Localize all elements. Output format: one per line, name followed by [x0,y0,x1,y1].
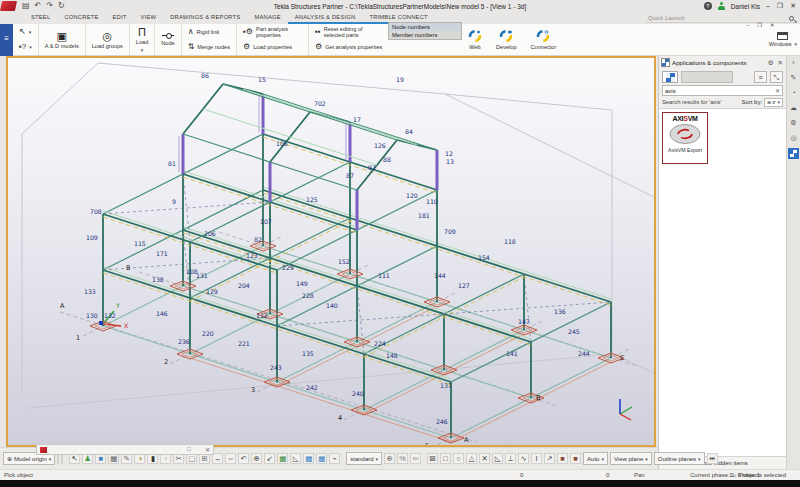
move-xy-icon[interactable]: ⇔ [225,453,236,464]
model-member[interactable] [103,202,270,214]
ad-models-button[interactable]: ▣ A & D models [45,30,79,49]
snap-origin-icon[interactable]: ⊕ [384,453,395,464]
snap-corner-icon[interactable]: ◺ [492,453,503,464]
minwin-restore-button[interactable]: □ [187,446,191,453]
corner-icon[interactable]: ◺ [290,453,301,464]
tab-edit[interactable]: EDIT [106,12,134,24]
grid-blue2-icon[interactable]: ▦ [316,453,327,464]
cloud-icon[interactable]: ☁ [790,103,797,112]
model-member[interactable] [445,94,654,198]
model-member[interactable] [60,312,476,442]
minwin-close-button[interactable]: ✕ [205,446,210,453]
node-button[interactable]: Node [161,32,174,46]
snap-back-icon[interactable]: ⇦ [410,453,421,464]
model-viewport[interactable]: 1570286106178487889212819708109125115206… [6,56,656,447]
snap-percent-icon[interactable]: % [397,453,408,464]
clear-search-icon[interactable]: ✕ [775,87,780,94]
tab-view[interactable]: VIEW [134,12,164,24]
collapse-panel-icon[interactable]: › [792,58,794,67]
rigid-link-button[interactable]: ∧Rigid link [188,26,230,38]
tab-manage[interactable]: MANAGE [247,12,287,24]
windows-button[interactable]: Windows▾ [769,41,797,47]
user-name[interactable]: Daniel Kis [731,3,760,10]
merge-nodes-button[interactable]: ⇅Merge nodes [188,41,230,53]
minimize-button[interactable]: – [766,2,770,10]
panel-search-box[interactable]: axis ✕ [662,85,783,96]
phase-a-icon[interactable]: ■ [557,453,568,464]
mdi-restore-button[interactable]: ❐ [757,22,762,28]
maximize-button[interactable]: ❐ [777,2,783,10]
part-analysis-properties-button[interactable]: ▪⚙Part analysis properties [243,26,302,38]
model-member[interactable] [620,407,632,414]
model-member[interactable] [98,63,445,94]
snap-triangle-icon[interactable]: △ [466,453,477,464]
develop-button[interactable]: Develop [496,29,517,50]
applications-components-active-icon[interactable] [788,148,799,159]
os-taskbar[interactable] [0,480,800,487]
web-button[interactable]: Web [468,29,482,50]
rotate-icon[interactable]: ↶ [238,453,249,464]
model-member[interactable] [22,63,98,134]
snap-box-icon[interactable]: □ [440,453,451,464]
get-analysis-properties-button[interactable]: ⚙Get analysis properties [315,41,382,53]
snap-wave-icon[interactable]: ∿ [518,453,529,464]
close-button[interactable]: ✕ [790,2,796,10]
grid-blue-icon[interactable]: ▦ [303,453,314,464]
select-tool-button[interactable]: ↖▾ [19,26,32,38]
gallery-view-button[interactable] [662,71,678,83]
model-member[interactable] [223,84,397,140]
model-3d-view[interactable]: 1570286106178487889212819708109125115206… [8,58,654,445]
load-button[interactable]: Π Load ▾ [136,26,148,52]
tab-concrete[interactable]: CONCRETE [57,12,105,24]
record-icon[interactable]: ◎ [790,133,796,142]
expand-panel-button[interactable]: ⤡ [770,71,783,83]
mdi-minimize-button[interactable]: – [746,22,749,28]
model-member[interactable] [445,94,612,110]
phase-b-icon[interactable]: ■ [570,453,581,464]
grid-green-icon[interactable]: ▦ [277,453,288,464]
origin-icon[interactable]: ⊕ [251,453,262,464]
arrow-sw-icon[interactable]: ↙ [264,453,275,464]
outline-planes-dropdown[interactable]: Outline planes▾ [654,452,705,465]
snap-circle-icon[interactable]: ○ [453,453,464,464]
connector-button[interactable]: Connector [531,29,557,50]
snap-perp-icon[interactable]: ⊥ [505,453,516,464]
pan-icon[interactable]: ⇹ [707,453,718,464]
select-filter-button[interactable]: ▪?▾ [19,41,32,53]
tab-drawings-reports[interactable]: DRAWINGS & REPORTS [163,12,247,24]
file-menu-button[interactable]: ≡ [0,24,13,56]
node-numbers-option[interactable]: Node numbers [389,23,461,31]
snap-arrow-icon[interactable]: ↗ [544,453,555,464]
panel-settings-icon[interactable]: ⚙ [768,59,774,67]
model-member[interactable] [620,414,631,420]
model-member[interactable] [277,314,444,326]
snap-cross-icon[interactable]: ✕ [479,453,490,464]
snap-i-icon[interactable]: Ι [531,453,542,464]
minimized-view-window[interactable]: □ ✕ [36,444,214,455]
sort-dropdown[interactable]: a-z▾ [764,98,783,107]
load-properties-button[interactable]: ⚙Load properties [243,41,302,53]
reset-editing-button[interactable]: ▪▪Reset editing of selected parts [315,26,382,38]
tab-analysis-design[interactable]: ANALYSIS & DESIGN [288,12,363,24]
load-groups-button[interactable]: ◎ Load groups [92,30,123,49]
node-group: Node [155,24,181,55]
auto-dropdown[interactable]: Auto▾ [583,452,608,465]
member-number-label: 19 [396,76,404,83]
panel-close-icon[interactable]: ✕ [778,59,783,67]
magnet-icon[interactable]: ⌁ [329,453,340,464]
clock-icon[interactable]: ◔ [791,88,795,97]
axisvm-export-item[interactable]: AXISVM AxisVM Export [662,112,708,164]
model-member[interactable] [444,302,611,314]
mdi-close-button[interactable]: ✕ [770,22,775,28]
list-view-button[interactable]: ≡ [754,71,767,83]
snap-points-icon[interactable]: ⊠ [427,453,438,464]
tab-steel[interactable]: STEEL [24,12,57,24]
member-numbers-option[interactable]: Member numbers [389,31,461,39]
view-plane-dropdown[interactable]: View plane▾ [610,452,652,465]
help-icon[interactable]: ? [704,2,712,10]
pen-icon[interactable]: ✎ [791,73,797,82]
gear-icon[interactable]: ⚙ [790,118,796,127]
origin-marker [99,321,103,325]
model-member[interactable] [190,358,451,442]
standard-dropdown[interactable]: standard▾ [346,452,382,465]
